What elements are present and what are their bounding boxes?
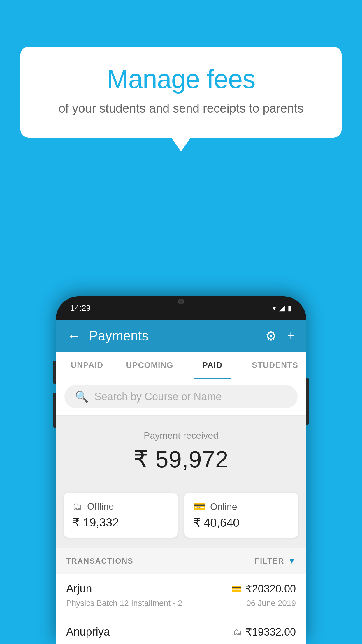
filter-icon: ▼	[288, 556, 296, 566]
back-button[interactable]: ←	[67, 328, 80, 343]
status-icons: ▾ ◢ ▮	[272, 304, 292, 313]
online-payment-card: 💳 Online ₹ 40,640	[184, 493, 298, 538]
payment-cards: 🗂 Offline ₹ 19,332 💳 Online ₹ 40,640	[56, 484, 306, 548]
transaction-amount-row: 💳 ₹20320.00	[231, 583, 296, 595]
payment-received-amount: ₹ 59,972	[64, 446, 298, 473]
add-icon[interactable]: +	[287, 328, 295, 343]
search-container: 🔍 Search by Course or Name	[56, 379, 306, 416]
battery-icon: ▮	[288, 304, 292, 313]
header-icons: ⚙ +	[265, 328, 295, 343]
phone-side-button-volume-down	[53, 393, 56, 428]
transaction-payment-icon: 💳	[231, 584, 242, 594]
online-card-icon: 💳	[193, 501, 205, 512]
phone-frame: 14:29 ▾ ◢ ▮ ← Payments ⚙ +	[56, 296, 306, 644]
phone-side-button-power	[306, 378, 309, 425]
payment-received-section: Payment received ₹ 59,972	[56, 416, 306, 484]
transaction-offline-icon: 🗂	[233, 627, 242, 637]
speech-bubble-wrapper: Manage fees of your students and send re…	[20, 47, 342, 138]
tab-students[interactable]: STUDENTS	[244, 352, 306, 379]
search-bar[interactable]: 🔍 Search by Course or Name	[64, 385, 298, 408]
status-bar: 14:29 ▾ ◢ ▮	[56, 296, 306, 320]
settings-icon[interactable]: ⚙	[265, 328, 277, 343]
search-icon: 🔍	[75, 390, 89, 403]
transaction-date: 06 June 2019	[246, 598, 296, 608]
tabs-bar: UNPAID UPCOMING PAID STUDENTS	[56, 352, 306, 379]
signal-icon: ◢	[279, 304, 285, 313]
offline-card-amount: ₹ 19,332	[73, 516, 169, 529]
filter-row[interactable]: FILTER ▼	[255, 556, 296, 566]
offline-card-type: Offline	[87, 501, 114, 512]
online-card-type: Online	[210, 501, 237, 512]
transaction-item-partial[interactable]: Anupriya 🗂 ₹19332.00	[56, 617, 306, 644]
search-input[interactable]: Search by Course or Name	[94, 391, 222, 403]
online-card-amount: ₹ 40,640	[193, 516, 289, 529]
wifi-icon: ▾	[272, 304, 276, 313]
page-title: Payments	[89, 328, 256, 344]
transaction-description: Physics Batch 12 Installment - 2	[66, 598, 182, 608]
app-screen: ← Payments ⚙ + UNPAID UPCOMING PAID	[56, 320, 306, 644]
phone-wrapper: 14:29 ▾ ◢ ▮ ← Payments ⚙ +	[56, 296, 306, 644]
phone-notch	[169, 296, 193, 307]
status-time: 14:29	[70, 303, 91, 313]
payment-received-label: Payment received	[64, 430, 298, 441]
offline-payment-card: 🗂 Offline ₹ 19,332	[64, 493, 178, 538]
filter-label: FILTER	[255, 556, 284, 566]
phone-side-button-volume-up	[53, 360, 56, 384]
transactions-header: TRANSACTIONS FILTER ▼	[56, 548, 306, 574]
transaction-item[interactable]: Arjun 💳 ₹20320.00 Physics Batch 12 Insta…	[56, 574, 306, 617]
phone-camera	[178, 299, 184, 304]
app-header: ← Payments ⚙ +	[56, 320, 306, 352]
tab-paid[interactable]: PAID	[181, 352, 244, 379]
tab-unpaid[interactable]: UNPAID	[56, 352, 118, 379]
speech-bubble-title: Manage fees	[44, 64, 318, 94]
transaction-amount: ₹20320.00	[245, 583, 296, 595]
speech-bubble: Manage fees of your students and send re…	[20, 47, 342, 138]
transactions-label: TRANSACTIONS	[66, 556, 133, 566]
tab-upcoming[interactable]: UPCOMING	[118, 352, 181, 379]
transaction-name-2: Anupriya	[66, 626, 110, 638]
transaction-amount-2: ₹19332.00	[245, 626, 296, 638]
offline-card-icon: 🗂	[73, 501, 82, 512]
transaction-amount-row-2: 🗂 ₹19332.00	[233, 626, 296, 638]
speech-bubble-subtitle: of your students and send receipts to pa…	[44, 100, 318, 117]
transaction-name: Arjun	[66, 582, 92, 595]
